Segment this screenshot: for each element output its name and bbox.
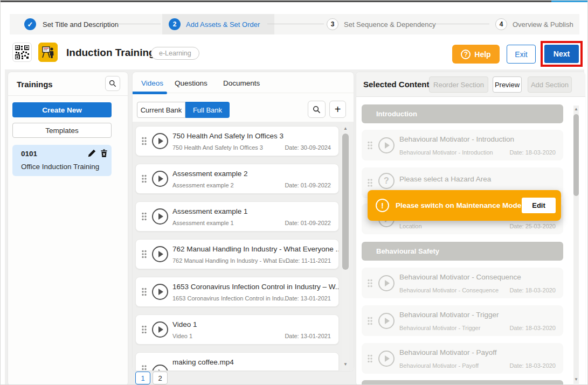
training-name: Office Induction Training <box>21 163 99 171</box>
preview-label: Preview <box>495 81 520 89</box>
delete-icon[interactable] <box>100 149 108 159</box>
item-title: Behavioural Motivator - Payoff <box>399 348 497 356</box>
drag-handle-icon[interactable] <box>367 354 373 363</box>
video-subtitle: 750 Health And Safety In Offices 3 <box>172 144 263 151</box>
drag-handle-icon[interactable] <box>367 316 373 325</box>
tab-documents[interactable]: Documents <box>223 79 260 87</box>
video-item[interactable]: 750 Health And Safety In Offices 3 750 H… <box>135 126 339 156</box>
video-subtitle: Assessment example 1 <box>172 220 234 226</box>
tab-videos[interactable]: Videos <box>141 79 163 87</box>
pagination-page-2[interactable]: 2 <box>153 372 168 384</box>
video-subtitle: 1653 Coronavirus Infection Control in In… <box>172 295 288 302</box>
selected-item[interactable]: Behavioural Motivator - Trigger Behaviou… <box>362 305 563 336</box>
video-item[interactable]: making coffee.mp4 <box>135 352 339 371</box>
create-new-label: Create New <box>42 106 82 114</box>
drag-handle-icon[interactable] <box>141 250 147 259</box>
step3-circle[interactable]: 3 <box>327 18 338 30</box>
video-item[interactable]: 762 Manual Handling In Industry - What E… <box>135 239 339 269</box>
scroll-up-icon[interactable]: ▲ <box>573 107 579 112</box>
scroll-up-icon[interactable]: ▲ <box>342 126 349 131</box>
play-icon <box>152 365 168 371</box>
item-subtitle: Behavioural Motivator - Payoff <box>399 362 479 369</box>
scrollbar-thumb[interactable] <box>573 114 579 196</box>
selected-item[interactable]: Behavioural Motivator - Consequence Beha… <box>362 268 563 298</box>
full-bank-button[interactable]: Full Bank <box>185 102 230 118</box>
add-asset-button[interactable]: + <box>329 101 346 118</box>
reorder-section-label: Reorder Section <box>433 81 484 89</box>
templates-button[interactable]: Templates <box>12 123 112 138</box>
video-item[interactable]: Video 1 Video 1 Date: 13-01-2021 <box>135 314 339 345</box>
step1-label[interactable]: Set Title and Description <box>43 20 119 29</box>
section-header-introduction[interactable]: Introduction <box>362 104 563 123</box>
step3-label[interactable]: Set Sequence & Dependency <box>344 20 436 29</box>
step3-number: 3 <box>331 20 335 28</box>
reorder-section-button[interactable]: Reorder Section <box>429 76 488 93</box>
section-title: Behavioural Safety <box>376 247 439 255</box>
drag-handle-icon[interactable] <box>367 278 373 288</box>
play-icon <box>152 284 168 300</box>
video-item[interactable]: 1653 Coronavirus Infection Control in In… <box>135 277 339 307</box>
scroll-down-icon[interactable]: ▼ <box>573 377 579 382</box>
qr-code-icon[interactable] <box>12 43 32 62</box>
drag-handle-icon[interactable] <box>141 174 147 184</box>
training-list-item[interactable]: 0101 Office Induction Training <box>12 145 112 176</box>
step-connector <box>267 24 324 24</box>
window-top-strip <box>1 1 588 2</box>
drag-handle-icon[interactable] <box>141 325 147 334</box>
training-type-badge: e-Learning <box>151 47 199 60</box>
step1-circle[interactable]: ✓ <box>24 18 36 30</box>
video-item[interactable]: Assessment example 1 Assessment example … <box>135 201 339 232</box>
search-icon[interactable] <box>308 101 326 118</box>
search-icon[interactable] <box>105 76 120 91</box>
tab-questions[interactable]: Questions <box>175 79 207 87</box>
drag-handle-icon[interactable] <box>141 288 147 297</box>
item-title: Behavioural Motivator - Consequence <box>399 273 521 281</box>
create-new-button[interactable]: Create New <box>12 102 112 117</box>
training-type-icon[interactable] <box>38 43 58 62</box>
play-icon <box>378 351 395 367</box>
video-date: Date: 11-11-2021 <box>286 257 331 264</box>
next-label: Next <box>554 50 570 58</box>
section-header-behavioural-safety[interactable]: Behavioural Safety <box>362 242 563 261</box>
drag-handle-icon[interactable] <box>141 365 147 371</box>
item-subtitle: Behavioural Motivator - Trigger <box>399 325 480 331</box>
toast-edit-button[interactable]: Edit <box>522 198 556 213</box>
current-bank-button[interactable]: Current Bank <box>137 102 185 118</box>
video-item[interactable]: Assessment example 2 Assessment example … <box>135 164 339 194</box>
preview-button[interactable]: Preview <box>493 76 522 93</box>
help-label: Help <box>474 50 490 59</box>
active-tab-underline <box>133 92 167 94</box>
drag-handle-icon[interactable] <box>367 178 373 187</box>
item-date: Date: 25-03-2020 <box>509 223 556 229</box>
app-window: ✓ Set Title and Description 2 Add Assets… <box>0 0 588 385</box>
scrollbar-thumb[interactable] <box>342 134 349 270</box>
help-button[interactable]: ? Help <box>452 45 500 64</box>
next-button[interactable]: Next <box>544 45 579 63</box>
step4-circle[interactable]: 4 <box>495 18 507 30</box>
add-section-label: Add Section <box>531 81 569 89</box>
item-date: Date: 18-03-2020 <box>509 149 556 156</box>
selected-item[interactable]: Behavioural Motivator - Introduction Beh… <box>362 130 563 160</box>
item-subtitle: Behavioural Motivator - Consequence <box>399 287 499 293</box>
toast-message: Please switch on Maintenance Mode to <box>396 201 530 209</box>
item-title: Behavioural Motivator - Introduction <box>399 135 514 143</box>
scroll-down-icon[interactable]: ▼ <box>342 362 349 367</box>
item-date: Date: 18-03-2020 <box>509 362 556 369</box>
drag-handle-icon[interactable] <box>141 137 147 146</box>
selected-item[interactable]: Behavioural Motivator - Payoff Behaviour… <box>362 343 563 374</box>
step2-label[interactable]: Add Assets & Set Order <box>186 20 260 29</box>
edit-icon[interactable] <box>88 149 96 159</box>
drag-handle-icon[interactable] <box>141 212 147 221</box>
maintenance-mode-toast: ! Please switch on Maintenance Mode to E… <box>368 190 561 221</box>
step4-label[interactable]: Overview & Publish <box>513 20 573 29</box>
add-section-button[interactable]: Add Section <box>528 76 572 93</box>
asset-library-panel: Videos Questions Documents Current Bank … <box>133 72 354 371</box>
training-code: 0101 <box>21 150 37 158</box>
exit-button[interactable]: Exit <box>507 45 536 64</box>
pagination-page-1[interactable]: 1 <box>135 372 150 384</box>
drag-handle-icon[interactable] <box>367 141 373 150</box>
step2-circle[interactable]: 2 <box>169 18 181 30</box>
video-title: Assessment example 2 <box>172 170 248 178</box>
step4-number: 4 <box>500 20 503 28</box>
exit-label: Exit <box>515 50 527 59</box>
